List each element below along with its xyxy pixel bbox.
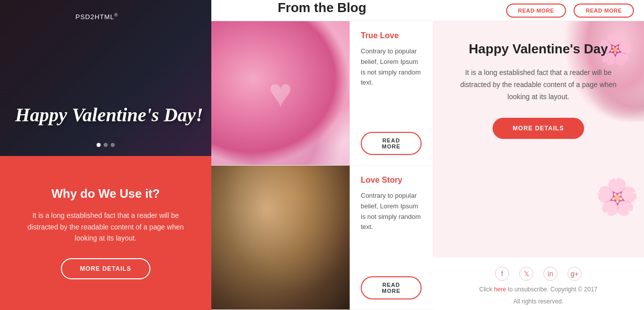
right-top-bar: READ MORE READ MORE: [433, 0, 644, 21]
card2-content: Love Story Contrary to popular belief, L…: [350, 166, 433, 309]
unsubscribe-link[interactable]: here: [494, 286, 506, 293]
dot-1[interactable]: [97, 143, 101, 147]
left-panel: PSD2HTML® Happy Valentine's Day! Why do …: [0, 0, 211, 310]
red-section-body: It is a long established fact that a rea…: [20, 210, 191, 244]
dot-2[interactable]: [104, 143, 108, 147]
candy-bg: [211, 21, 350, 165]
more-details-button-left[interactable]: MORE DETAILS: [61, 258, 150, 279]
valentine-card: Happy Valentine's Day It is a long estab…: [433, 21, 644, 258]
blog-card-2: Love Story Contrary to popular belief, L…: [211, 166, 433, 310]
card1-content: True Love Contrary to popular belief, Lo…: [350, 21, 433, 165]
red-section: Why do We Use it? It is a long establish…: [0, 156, 211, 310]
right-panel: READ MORE READ MORE Happy Valentine's Da…: [433, 0, 644, 310]
valentine-card-text: It is a long established fact that a rea…: [453, 67, 624, 103]
social-icons-bar: f 𝕏 in g+: [495, 267, 582, 281]
valentine-card-title: Happy Valentine's Day: [453, 41, 624, 57]
read-more-button-right-2[interactable]: READ MORE: [574, 4, 634, 18]
hero-section: PSD2HTML® Happy Valentine's Day!: [0, 0, 211, 156]
card1-title: True Love: [361, 31, 422, 40]
hero-dots: [97, 143, 115, 147]
card2-title: Love Story: [361, 176, 422, 185]
googleplus-icon[interactable]: g+: [568, 267, 582, 281]
read-more-button-right-1[interactable]: READ MORE: [506, 4, 567, 18]
blog-card-1: True Love Contrary to popular belief, Lo…: [211, 21, 433, 166]
card2-text: Contrary to popular belief, Lorem Ipsum …: [361, 191, 422, 268]
linkedin-icon[interactable]: in: [543, 267, 557, 281]
footer-text-2: All rights reserved.: [513, 298, 563, 305]
read-more-button-1[interactable]: READ MORE: [361, 132, 422, 155]
blog-header: From the Blog: [211, 0, 433, 21]
middle-panel: From the Blog True Love Contrary to popu…: [211, 0, 433, 310]
red-section-title: Why do We Use it?: [51, 187, 160, 201]
flower-decoration-bottom: [543, 157, 644, 217]
card1-text: Contrary to popular belief, Lorem Ipsum …: [361, 46, 422, 124]
candy-image: [211, 21, 350, 165]
more-details-button-right[interactable]: MORE DETAILS: [493, 118, 584, 139]
twitter-icon[interactable]: 𝕏: [519, 267, 533, 281]
logo: PSD2HTML®: [75, 13, 118, 21]
blog-title: From the Blog: [278, 0, 366, 16]
footer-text: Click here to unsubscribe. Copyright © 2…: [479, 286, 598, 293]
dot-3[interactable]: [111, 143, 115, 147]
read-more-button-2[interactable]: READ MORE: [361, 276, 422, 299]
social-footer: f 𝕏 in g+ Click here to unsubscribe. Cop…: [433, 258, 644, 310]
hero-title: Happy Valentine's Day!: [15, 105, 203, 126]
couple-image: [211, 166, 350, 309]
facebook-icon[interactable]: f: [495, 267, 509, 281]
couple-bg: [211, 166, 350, 309]
hero-overlay: [0, 0, 211, 156]
